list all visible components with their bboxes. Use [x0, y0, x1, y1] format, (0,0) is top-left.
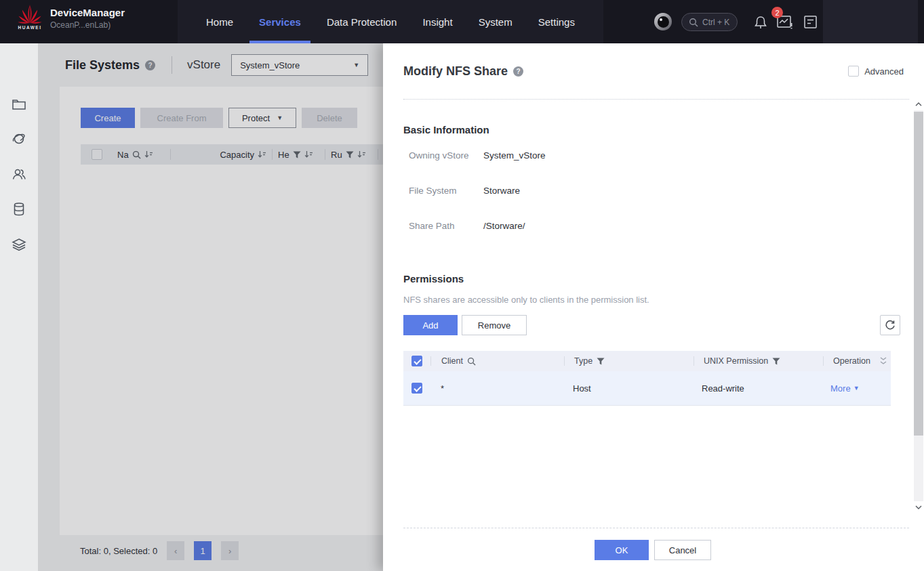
row-checkbox[interactable] — [411, 383, 422, 394]
file-system-row: File System Storware — [409, 186, 520, 196]
more-caret-down-icon: ▼ — [853, 385, 860, 392]
owning-vstore-value: System_vStore — [483, 150, 546, 161]
drawer-title: Modify NFS Share — [403, 64, 508, 79]
left-sidebar — [0, 43, 38, 571]
huawei-logo-icon: HUAWEI — [16, 4, 43, 30]
more-menu-link[interactable]: More ▼ — [830, 383, 860, 394]
client-search-icon — [467, 357, 476, 366]
nav-item-insight[interactable]: Insight — [422, 0, 452, 43]
modal-dim-overlay[interactable] — [38, 43, 383, 571]
column-settings-chevrons-icon[interactable] — [880, 357, 887, 365]
modify-nfs-share-drawer: Modify NFS Share ? Advanced Basic Inform… — [383, 43, 924, 571]
client-cell: * — [430, 383, 563, 394]
sidebar-layers-icon[interactable] — [12, 237, 26, 252]
ok-button[interactable]: OK — [595, 540, 649, 560]
filter-icon — [772, 358, 780, 365]
nav-item-data-protection[interactable]: Data Protection — [327, 0, 397, 43]
file-system-value: Storware — [483, 186, 520, 196]
add-button[interactable]: Add — [403, 315, 458, 335]
permission-row[interactable]: * Host Read-write More ▼ — [403, 371, 891, 406]
top-navbar: HUAWEI DeviceManager OceanP...enLab) Hom… — [0, 0, 924, 43]
type-cell: Host — [563, 383, 692, 394]
scroll-up-icon[interactable] — [913, 98, 924, 110]
sidebar-users-icon[interactable] — [12, 167, 26, 182]
refresh-button[interactable] — [880, 315, 900, 335]
main-nav: Home Services Data Protection Insight Sy… — [183, 0, 598, 43]
nav-item-home[interactable]: Home — [206, 0, 233, 43]
drawer-top-separator — [403, 99, 909, 100]
share-path-label: Share Path — [409, 221, 483, 231]
unix-permission-cell: Read-write — [692, 383, 821, 394]
column-client[interactable]: Client — [431, 356, 564, 366]
advanced-toggle[interactable]: Advanced — [848, 66, 904, 77]
refresh-icon — [885, 320, 896, 331]
owning-vstore-label: Owning vStore — [409, 150, 483, 161]
brand: HUAWEI DeviceManager OceanP...enLab) — [16, 4, 125, 30]
advanced-checkbox[interactable] — [848, 66, 859, 77]
app-title: DeviceManager — [50, 7, 125, 18]
advanced-label: Advanced — [864, 66, 904, 77]
device-sphere-icon[interactable] — [654, 13, 672, 30]
file-system-label: File System — [409, 186, 483, 196]
nav-item-system[interactable]: System — [479, 0, 513, 43]
notification-badge: 2 — [771, 7, 783, 18]
permissions-heading: Permissions — [403, 273, 464, 284]
search-shortcut-label: Ctrl + K — [702, 18, 729, 27]
huawei-wordmark: HUAWEI — [18, 25, 42, 30]
column-type[interactable]: Type — [565, 356, 694, 366]
permissions-toolbar: Add Remove — [403, 315, 900, 335]
column-unix-permission[interactable]: UNIX Permission — [694, 356, 823, 366]
remove-button[interactable]: Remove — [462, 315, 527, 335]
nav-item-settings[interactable]: Settings — [538, 0, 575, 43]
drawer-help-icon[interactable]: ? — [513, 66, 523, 77]
share-path-value: /Storware/ — [483, 221, 525, 231]
owning-vstore-row: Owning vStore System_vStore — [409, 150, 546, 161]
global-search[interactable]: Ctrl + K — [681, 13, 738, 31]
task-log-icon[interactable] — [804, 16, 817, 28]
permissions-table-header: Client Type UNIX Permission Operation — [403, 351, 891, 371]
filter-icon — [597, 358, 605, 365]
scroll-down-icon[interactable] — [913, 501, 924, 513]
notifications-bell-icon[interactable] — [753, 15, 768, 30]
column-operation[interactable]: Operation — [824, 356, 891, 366]
device-name: OceanP...enLab) — [50, 20, 125, 30]
permissions-table: Client Type UNIX Permission Operation — [403, 351, 891, 406]
drawer-footer-separator — [403, 528, 909, 528]
basic-information-heading: Basic Information — [403, 124, 489, 135]
nav-item-services[interactable]: Services — [259, 0, 301, 43]
sidebar-database-icon[interactable] — [12, 202, 26, 217]
sidebar-folder-icon[interactable] — [12, 97, 26, 112]
scrollbar-thumb[interactable] — [914, 112, 923, 436]
search-icon — [689, 18, 698, 27]
drawer-scrollbar[interactable] — [913, 98, 924, 513]
share-path-row: Share Path /Storware/ — [409, 221, 525, 231]
cancel-button[interactable]: Cancel — [654, 540, 711, 560]
perm-select-all-checkbox[interactable] — [411, 356, 422, 366]
sidebar-planet-icon[interactable] — [12, 131, 26, 146]
permissions-description: NFS shares are accessible only to client… — [403, 295, 649, 305]
navbar-right-cluster: Ctrl + K — [639, 0, 924, 43]
